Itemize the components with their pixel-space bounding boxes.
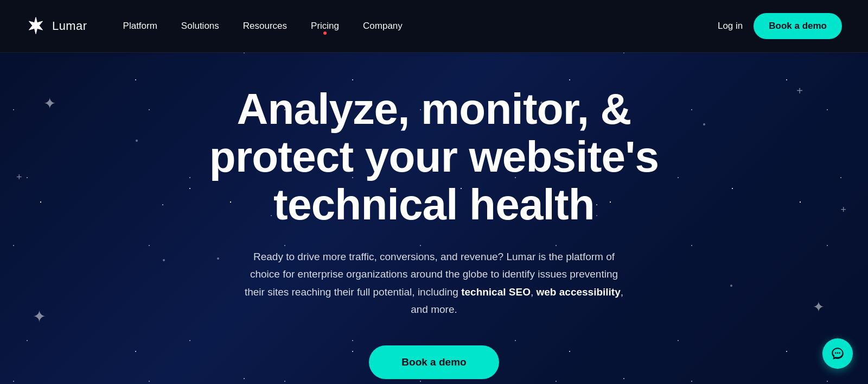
nav-item-platform[interactable]: Platform (113, 16, 167, 36)
hero-title: Analyze, monitor, & protect your website… (190, 85, 678, 229)
nav-right: Log in Book a demo (718, 13, 842, 39)
book-demo-nav-button[interactable]: Book a demo (754, 13, 842, 39)
hero-subtitle: Ready to drive more traffic, conversions… (239, 248, 629, 318)
chat-icon (831, 347, 845, 361)
nav-item-solutions[interactable]: Solutions (171, 16, 229, 36)
chat-bubble-button[interactable] (822, 338, 853, 369)
hero-section: ✦ + ✦ + + ✦ Analyze, monitor, & protect … (0, 53, 868, 384)
decoration-dot-3 (703, 123, 705, 125)
decoration-cross-5: + (840, 205, 846, 215)
svg-point-1 (837, 352, 839, 354)
svg-point-2 (839, 352, 840, 354)
decoration-dot-4 (730, 285, 732, 287)
logo-text: Lumar (52, 19, 87, 33)
decoration-dot-1 (136, 140, 138, 142)
hero-bold1: technical SEO (461, 286, 531, 298)
nav-left: Lumar Platform Solutions Resources Prici… (26, 16, 412, 36)
decoration-cross-6: ✦ (813, 300, 825, 314)
nav-item-resources[interactable]: Resources (233, 16, 297, 36)
navbar: Lumar Platform Solutions Resources Prici… (0, 0, 868, 53)
logo[interactable]: Lumar (26, 16, 87, 36)
decoration-cross-4: + (796, 85, 803, 96)
decoration-cross-1: ✦ (43, 96, 56, 111)
decoration-cross-2: + (16, 172, 22, 182)
decoration-dot-2 (163, 259, 165, 261)
hero-subtitle-text2: , (531, 286, 537, 298)
hero-bold2: web accessibility (537, 286, 621, 298)
nav-item-pricing[interactable]: Pricing (301, 16, 349, 36)
nav-item-company[interactable]: Company (353, 16, 412, 36)
decoration-dot-6 (217, 257, 219, 260)
svg-point-0 (835, 352, 837, 354)
decoration-cross-3: ✦ (33, 309, 46, 325)
logo-star-icon (26, 16, 46, 36)
nav-links: Platform Solutions Resources Pricing Com… (113, 16, 412, 36)
login-link[interactable]: Log in (718, 21, 743, 32)
cta-wrap: Book a demo (369, 345, 499, 379)
hero-cta-button[interactable]: Book a demo (369, 345, 499, 379)
